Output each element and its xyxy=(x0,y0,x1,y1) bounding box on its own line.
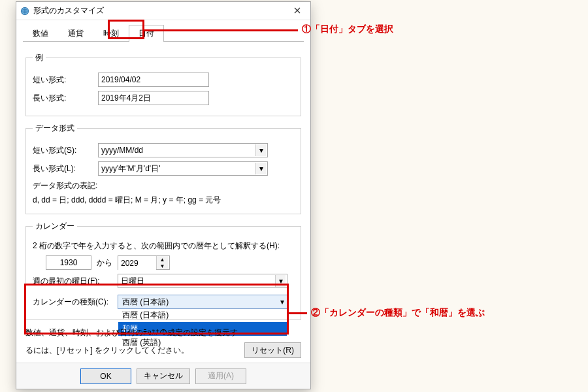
to-year-spinner[interactable]: ▲ ▼ xyxy=(118,255,170,270)
example-short-value xyxy=(98,73,209,87)
reset-instruction-line2: るには、[リセット] をクリックしてください。 xyxy=(25,345,189,356)
globe-icon xyxy=(20,7,29,16)
window-title: 形式のカスタマイズ xyxy=(33,5,284,16)
close-icon xyxy=(294,7,301,16)
titlebar[interactable]: 形式のカスタマイズ xyxy=(16,2,310,20)
example-legend: 例 xyxy=(33,52,46,63)
annotation-1: ①「日付」タブを選択 xyxy=(302,24,393,35)
chevron-down-icon: ▾ xyxy=(255,144,266,156)
annotation-line-2 xyxy=(289,312,307,314)
example-long-label: 長い形式: xyxy=(33,93,98,104)
tab-time[interactable]: 時刻 xyxy=(93,25,129,42)
spin-down-icon[interactable]: ▼ xyxy=(156,263,168,269)
tab-date[interactable]: 日付 xyxy=(129,25,164,42)
calendar-type-option[interactable]: 西暦 (日本語) xyxy=(118,308,287,322)
long-format-value: yyyy'年'M'月'd'日' xyxy=(101,163,160,174)
customize-format-dialog: 形式のカスタマイズ 数値 通貨 時刻 日付 ・・-!-#・ 例 短い形式: 長い… xyxy=(16,1,311,389)
to-year-value[interactable] xyxy=(118,256,156,270)
format-notation-body: d, dd = 日; ddd, dddd = 曜日; M = 月; y = 年;… xyxy=(33,194,294,206)
reset-button[interactable]: リセット(R) xyxy=(244,342,301,358)
calendar-group: カレンダー 2 桁の数字で年を入力すると、次の範囲内での暦年として解釈する(H)… xyxy=(25,221,301,320)
kara-label: から xyxy=(97,257,112,269)
annotation-line-1 xyxy=(144,29,298,31)
tab-number[interactable]: 数値 xyxy=(23,25,58,42)
apply-button[interactable]: 適用(A) xyxy=(195,368,246,384)
chevron-down-icon: ▾ xyxy=(255,163,266,174)
calendar-type-selected: 西暦 (日本語) xyxy=(122,297,169,308)
long-format-combo[interactable]: yyyy'年'M'月'd'日' ▾ xyxy=(98,161,268,176)
calendar-type-label: カレンダーの種類(C): xyxy=(33,295,118,308)
first-day-combo[interactable]: 日曜日 ▾ xyxy=(118,274,287,288)
calendar-legend: カレンダー xyxy=(33,221,77,232)
first-day-label: 週の最初の曜日(F): xyxy=(33,276,118,287)
format-notation-title: データ形式の表記: xyxy=(33,180,294,191)
dialog-button-row: OK キャンセル 適用(A) xyxy=(16,363,310,389)
example-short-label: 短い形式: xyxy=(33,74,98,86)
tab-currency[interactable]: 通貨 xyxy=(58,25,93,42)
cancel-button[interactable]: キャンセル xyxy=(137,368,190,384)
short-format-combo[interactable]: yyyy/MM/dd ▾ xyxy=(98,143,268,157)
tab-content: 例 短い形式: 長い形式: データ形式 短い形式(S): yyyy/MM/dd … xyxy=(16,42,310,366)
spin-up-icon[interactable]: ▲ xyxy=(156,256,168,263)
close-button[interactable] xyxy=(284,2,310,20)
chevron-down-icon: ▾ xyxy=(280,297,284,306)
example-group: 例 短い形式: 長い形式: xyxy=(25,52,301,116)
example-long-value xyxy=(98,91,209,105)
annotation-2: ②「カレンダーの種類」で「和暦」を選ぶ xyxy=(311,307,485,319)
calendar-type-combo[interactable]: 西暦 (日本語) ▾ 西暦 (日本語) 和暦 西暦 (英語) xyxy=(118,295,287,309)
from-year-field xyxy=(46,255,91,270)
two-digit-year-text: 2 桁の数字で年を入力すると、次の範囲内での暦年として解釈する(H): xyxy=(33,240,294,252)
ok-button[interactable]: OK xyxy=(80,368,131,384)
data-format-group: データ形式 短い形式(S): yyyy/MM/dd ▾ 長い形式(L): yyy… xyxy=(25,123,301,214)
data-format-legend: データ形式 xyxy=(33,123,77,134)
chevron-down-icon: ▾ xyxy=(275,275,286,287)
first-day-value: 日曜日 xyxy=(121,276,144,287)
short-format-label: 短い形式(S): xyxy=(33,145,98,156)
long-format-label: 長い形式(L): xyxy=(33,163,98,174)
short-format-value: yyyy/MM/dd xyxy=(101,146,143,155)
